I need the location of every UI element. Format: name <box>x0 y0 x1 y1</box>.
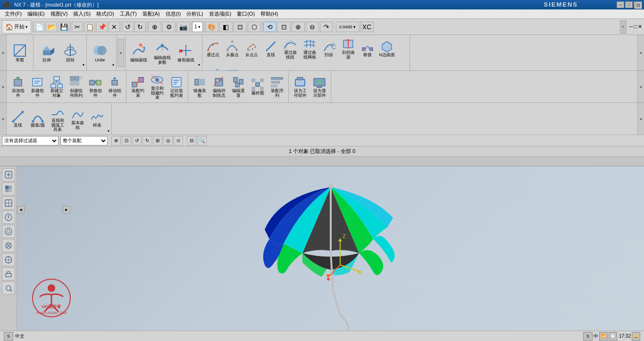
move-component-btn[interactable]: 移动组件 <box>105 74 124 100</box>
viewport[interactable]: Z <box>17 166 644 331</box>
small-btn-2[interactable]: ⊡ <box>122 136 131 145</box>
tab-right-arrow[interactable]: ► <box>63 206 70 213</box>
small-btn-7[interactable]: ⊙ <box>174 136 183 145</box>
filter-dropdown[interactable]: 没有选择过滤器 面 体 边 <box>2 136 59 145</box>
cut-btn[interactable]: ✂ <box>72 22 83 32</box>
create-array-btn[interactable]: 创建组件阵列 <box>67 74 85 100</box>
sidebar-btn-8[interactable] <box>2 267 15 281</box>
small-btn-1[interactable]: ⊕ <box>111 136 121 145</box>
sidebar-btn-3[interactable] <box>2 196 15 210</box>
small-btn-9[interactable]: 🔍 <box>197 136 207 145</box>
mirror-assembly-btn[interactable]: 镜像装配 <box>190 74 209 100</box>
fit-btn[interactable]: ⊡ <box>277 22 291 32</box>
bridge-btn[interactable]: 桥接 <box>358 36 377 61</box>
edit-suppress-btn[interactable]: 编辑抑制状态 <box>209 74 228 100</box>
features-expand[interactable]: » <box>117 39 124 67</box>
small-btn-5[interactable]: ⊞ <box>153 136 162 145</box>
toolbar1-right-expand[interactable]: » <box>637 35 644 70</box>
coord-btn[interactable]: 0.0400 ▾ <box>336 22 360 32</box>
wireframe-btn[interactable]: ⊡ <box>234 22 247 32</box>
add-component-btn[interactable]: 添加组件 <box>8 74 27 100</box>
lang-indicator[interactable]: S <box>583 332 593 341</box>
fromcloud-btn[interactable]: 从点云 <box>242 36 261 61</box>
status-right-btn[interactable]: ⊡ <box>635 0 642 10</box>
sidebar-btn-4[interactable] <box>2 211 15 224</box>
scale-dropdown-icon[interactable]: ▾ <box>198 25 201 29</box>
arc-btn[interactable]: 圆弧/圆 <box>28 106 47 132</box>
new-btn[interactable]: 📄 <box>33 22 45 32</box>
network-icon[interactable]: 📶 <box>599 332 608 341</box>
inner-close-btn[interactable]: ✕ <box>638 24 642 30</box>
new-parent-btn[interactable]: 新建父对象 <box>47 74 66 100</box>
revolve-btn[interactable]: 回转 <box>59 39 82 67</box>
line-btn[interactable]: 直线 <box>261 36 280 61</box>
sidebar-btn-5[interactable] <box>2 225 15 238</box>
toolbar2-left-expand[interactable]: » <box>0 71 7 102</box>
inner-max-btn[interactable]: □ <box>634 24 637 30</box>
sidebar-btn-2[interactable] <box>2 182 15 196</box>
clock-icon[interactable]: 🕐 <box>609 332 617 341</box>
snap-btn[interactable]: ⊕ <box>148 22 161 32</box>
open-btn[interactable]: 📂 <box>46 22 57 32</box>
menu-help[interactable]: 帮助(H) <box>258 9 281 18</box>
unite-dropdown[interactable]: ▾ <box>112 39 114 67</box>
menu-format[interactable]: 格式(O) <box>93 9 117 18</box>
menu-info[interactable]: 信息(I) <box>163 9 184 18</box>
sketch-btn[interactable]: 草图 <box>8 39 31 67</box>
toolbar2-right-expand[interactable]: » <box>637 71 644 102</box>
toolbar1-left-expand[interactable]: » <box>0 35 7 70</box>
start-button[interactable]: 🏠 开始 ▾ <box>2 20 31 34</box>
notify-icon[interactable]: 🔔 <box>632 332 640 341</box>
menu-edit[interactable]: 编辑(E) <box>25 9 48 18</box>
edit-curve-btn[interactable]: 编辑曲线 <box>127 39 150 67</box>
zoom-out-btn[interactable]: ⊖ <box>306 22 319 32</box>
remember-constraint-btn[interactable]: 记住装配约束 <box>167 74 186 100</box>
sidebar-btn-7[interactable] <box>2 253 15 266</box>
set-displaypart-btn[interactable]: 设为显示部件 <box>310 74 329 100</box>
menu-insert[interactable]: 插入(S) <box>70 9 93 18</box>
thrupts-btn[interactable]: 通过点 <box>203 36 222 61</box>
zoom-in-btn[interactable]: ⊕ <box>292 22 305 32</box>
curves-expand[interactable]: ▾ <box>108 105 109 133</box>
tab-left-arrow[interactable]: ◄ <box>17 206 25 213</box>
camera-btn[interactable]: 📷 <box>176 22 190 32</box>
line2-btn[interactable]: 直线 <box>8 106 27 132</box>
small-btn-4[interactable]: ↻ <box>142 136 152 145</box>
delete-btn[interactable]: ✕ <box>109 22 120 32</box>
view-orient-btn[interactable]: ⟲ <box>263 22 276 32</box>
settings2-btn[interactable]: ⚙ <box>162 22 176 32</box>
bottom-nav-btn[interactable]: S <box>4 332 13 341</box>
scope-dropdown[interactable]: 整个装配 工作部件 当前部件 <box>60 136 108 145</box>
inner-min-btn[interactable]: ─ <box>629 24 633 30</box>
shading-btn[interactable]: ◧ <box>219 22 233 32</box>
small-btn-3[interactable]: ↺ <box>132 136 142 145</box>
explode-view-btn[interactable]: 爆炸图 <box>248 74 267 100</box>
feature-expand[interactable]: ▾ <box>83 39 84 67</box>
show-hide-constraint-btn[interactable]: 显示和隐藏约束 <box>148 74 167 100</box>
extrude-btn[interactable]: 拉伸 <box>35 39 58 67</box>
minimize-button[interactable]: ─ <box>617 1 624 8</box>
edit-curve-params-btn[interactable]: 编辑曲线参数 <box>151 39 174 67</box>
menu-tools[interactable]: 工具(T) <box>117 9 140 18</box>
sweep-btn[interactable]: 扫掠 <box>319 36 338 61</box>
small-btn-6[interactable]: ◎ <box>163 136 173 145</box>
maximize-button[interactable]: □ <box>625 1 633 8</box>
section-btn[interactable]: 剖切曲面 <box>339 36 358 61</box>
line-arc-tools-btn[interactable]: 直线和圆弧工具条 <box>48 106 67 132</box>
assembly-constraint-btn[interactable]: 装配约束 <box>128 74 147 100</box>
sidebar-btn-9[interactable] <box>2 281 15 295</box>
unite-btn[interactable]: Unite <box>89 39 111 67</box>
menu-view[interactable]: 视图(V) <box>48 9 71 18</box>
undo-btn[interactable]: ↺ <box>122 22 134 32</box>
small-btn-8[interactable]: ⊟ <box>187 136 196 145</box>
orient2-btn[interactable]: ⬡ <box>248 22 261 32</box>
toolbar-expand-right[interactable]: » <box>620 20 627 34</box>
save-btn[interactable]: 💾 <box>58 22 69 32</box>
toolbar3-right-expand[interactable]: » <box>637 103 644 135</box>
edit-arrangement-btn[interactable]: 编辑置置 <box>229 74 248 100</box>
menu-file[interactable]: 文件(F) <box>2 9 25 18</box>
rotate-btn[interactable]: ↷ <box>320 22 333 32</box>
render-btn[interactable]: 🎨 <box>205 22 218 32</box>
new-component-btn[interactable]: 新建组件 <box>28 74 47 100</box>
toolbar3-left-expand[interactable]: » <box>0 103 7 135</box>
